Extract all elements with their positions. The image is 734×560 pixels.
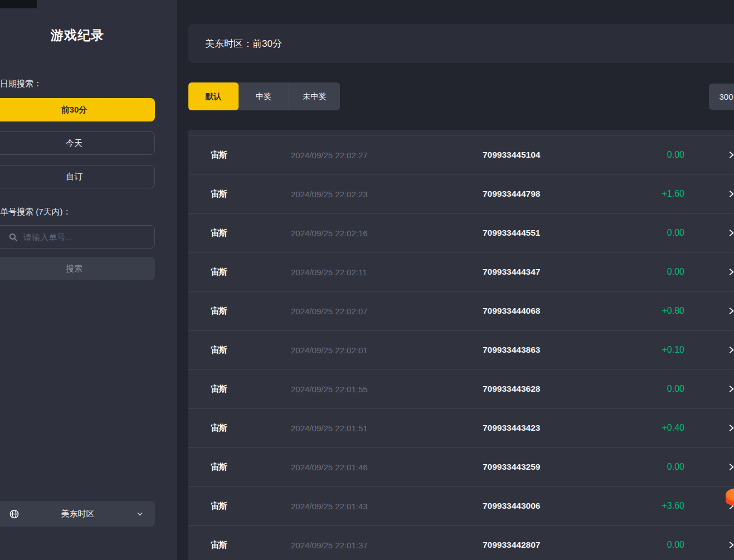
partial-row-above <box>188 130 734 135</box>
win-amount: 0.00 <box>601 267 684 277</box>
chevron-right-icon <box>727 150 734 159</box>
order-number: 709933443006 <box>483 501 540 511</box>
chevron-right-icon <box>727 423 734 432</box>
game-name: 宙斯 <box>211 383 227 394</box>
win-amount: 0.00 <box>601 540 684 550</box>
order-number: 709933443628 <box>483 384 540 394</box>
game-name: 宙斯 <box>211 188 227 199</box>
search-icon <box>8 232 18 242</box>
win-amount: 0.00 <box>601 462 684 472</box>
game-name: 宙斯 <box>211 539 227 550</box>
table-row[interactable]: 宙斯 2024/09/25 22:02:07 709933444068 +0.8… <box>188 291 734 330</box>
record-timestamp: 2024/09/25 22:02:07 <box>291 306 368 315</box>
table-row[interactable]: 宙斯 2024/09/25 22:01:51 709933443423 +0.4… <box>188 408 734 447</box>
chevron-right-icon <box>727 189 734 198</box>
timezone-selector[interactable]: 美东时区 <box>0 501 155 527</box>
table-row[interactable]: 宙斯 2024/09/25 22:02:11 709933444347 0.00 <box>188 252 734 291</box>
win-amount: 0.00 <box>601 150 684 160</box>
chevron-right-icon <box>727 384 734 393</box>
record-timestamp: 2024/09/25 22:01:55 <box>291 384 368 393</box>
chevron-down-icon <box>136 510 144 518</box>
order-number: 709933445104 <box>483 150 540 160</box>
table-row[interactable]: 宙斯 2024/09/25 22:02:27 709933445104 0.00 <box>188 135 734 174</box>
order-number: 709933442807 <box>483 540 540 550</box>
page-size-button[interactable]: 300 <box>709 84 734 110</box>
order-number: 709933443423 <box>483 423 540 433</box>
date-search-label: 日期搜索： <box>0 79 42 89</box>
date-filter-custom-button[interactable]: 自订 <box>0 165 155 188</box>
record-timestamp: 2024/09/25 22:01:46 <box>291 462 368 471</box>
record-timestamp: 2024/09/25 22:02:11 <box>291 267 367 276</box>
page-title: 游戏纪录 <box>0 27 155 44</box>
tab-no-win[interactable]: 未中奖 <box>289 82 340 110</box>
table-row[interactable]: 宙斯 2024/09/25 22:02:01 709933443863 +0.1… <box>188 330 734 369</box>
table-row[interactable]: 宙斯 2024/09/25 22:01:46 709933443259 0.00 <box>188 447 734 486</box>
order-number: 709933444798 <box>483 189 540 199</box>
tab-win[interactable]: 中奖 <box>239 82 289 110</box>
record-timestamp: 2024/09/25 22:02:16 <box>291 228 368 237</box>
chevron-right-icon <box>727 345 734 354</box>
record-timestamp: 2024/09/25 22:01:51 <box>291 423 368 432</box>
timezone-label: 美东时区 <box>20 509 136 519</box>
table-row[interactable]: 宙斯 2024/09/25 22:01:43 709933443006 +3.6… <box>188 486 734 525</box>
date-filter-today-button[interactable]: 今天 <box>0 132 155 155</box>
filter-summary-text: 美东时区：前30分 <box>205 37 282 50</box>
record-timestamp: 2024/09/25 22:01:43 <box>291 501 368 510</box>
tab-default[interactable]: 默认 <box>188 82 239 110</box>
order-number: 709933444347 <box>483 267 540 277</box>
game-name: 宙斯 <box>211 461 227 472</box>
globe-icon <box>9 509 20 519</box>
sidebar: 游戏纪录 日期搜索： 前30分 今天 自订 单号搜索 (7天内)： 搜索 美东时… <box>0 0 177 560</box>
result-filter-tabs: 默认 中奖 未中奖 <box>188 82 340 110</box>
chevron-right-icon <box>727 228 734 237</box>
game-name: 宙斯 <box>211 500 227 511</box>
order-search-input[interactable] <box>23 232 140 242</box>
table-row[interactable]: 宙斯 2024/09/25 22:01:55 709933443628 0.00 <box>188 369 734 408</box>
order-number: 709933443259 <box>483 462 540 472</box>
game-name: 宙斯 <box>211 305 227 316</box>
order-number: 709933443863 <box>483 345 540 355</box>
game-name: 宙斯 <box>211 266 227 277</box>
record-timestamp: 2024/09/25 22:02:27 <box>291 150 368 159</box>
filter-summary-panel: 美东时区：前30分 <box>188 24 734 63</box>
chevron-right-icon <box>727 267 734 276</box>
order-number: 709933444551 <box>483 228 540 238</box>
win-amount: +0.40 <box>601 423 684 433</box>
table-row[interactable]: 宙斯 2024/09/25 22:02:16 709933444551 0.00 <box>188 213 734 252</box>
chevron-right-icon <box>727 306 734 315</box>
win-amount: 0.00 <box>601 384 684 394</box>
chevron-right-icon <box>727 462 734 471</box>
record-timestamp: 2024/09/25 22:02:23 <box>291 189 368 198</box>
win-amount: +1.60 <box>601 189 684 199</box>
order-search-label: 单号搜索 (7天内)： <box>0 207 71 217</box>
rewards-coin-float-button[interactable] <box>726 484 734 510</box>
game-name: 宙斯 <box>211 149 227 160</box>
order-search-box <box>0 225 155 249</box>
game-name: 宙斯 <box>211 227 227 238</box>
win-amount: +3.60 <box>601 501 684 511</box>
win-amount: +0.10 <box>601 345 684 355</box>
record-timestamp: 2024/09/25 22:01:37 <box>291 540 368 549</box>
chevron-right-icon <box>727 540 734 549</box>
game-name: 宙斯 <box>211 422 227 433</box>
record-timestamp: 2024/09/25 22:02:01 <box>291 345 368 354</box>
win-amount: +0.80 <box>601 306 684 316</box>
win-amount: 0.00 <box>601 228 684 238</box>
date-filter-last30min-button[interactable]: 前30分 <box>0 98 155 121</box>
table-row[interactable]: 宙斯 2024/09/25 22:02:23 709933444798 +1.6… <box>188 174 734 213</box>
corner-artifact <box>0 0 37 8</box>
game-name: 宙斯 <box>211 344 227 355</box>
search-button[interactable]: 搜索 <box>0 257 155 280</box>
records-list: 宙斯 2024/09/25 22:02:27 709933445104 0.00… <box>188 130 734 560</box>
main-content: 美东时区：前30分 默认 中奖 未中奖 300 宙斯 2024/09/25 22… <box>177 0 734 560</box>
order-number: 709933444068 <box>483 306 540 316</box>
table-row[interactable]: 宙斯 2024/09/25 22:01:37 709933442807 0.00 <box>188 525 734 560</box>
